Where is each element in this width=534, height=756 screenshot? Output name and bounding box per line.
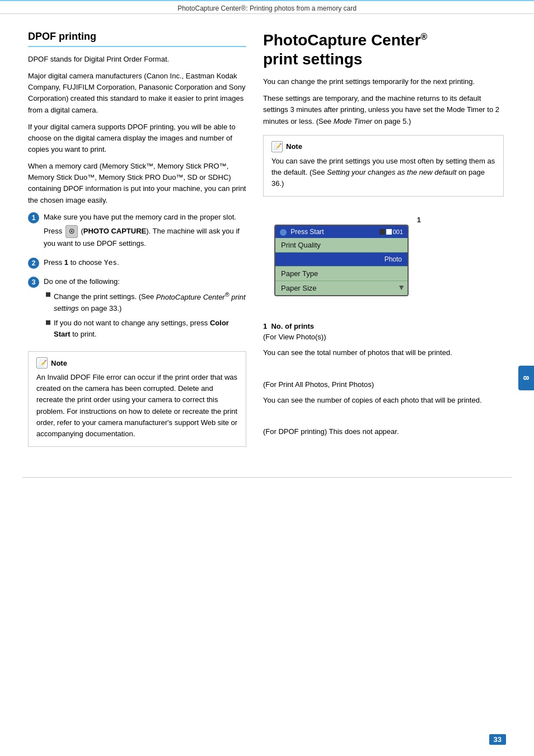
lcd-row-print-quality: Print Quality	[275, 238, 407, 253]
left-note-text: An Invalid DPOF File error can occur if …	[36, 372, 238, 440]
lcd-photo-value: Photo	[385, 255, 402, 263]
step-2: 2 Press 1 to choose Yes.	[28, 257, 246, 270]
right-para1: You can change the print settings tempor…	[263, 76, 504, 87]
step-1-text2: Press ☉ (PHOTO CAPTURE). The machine wil…	[44, 225, 246, 249]
step-3-sublist: Change the print settings. (See PhotoCap…	[46, 290, 246, 340]
page-number: 33	[489, 734, 506, 745]
left-para4: When a memory card (Memory Stick™, Memor…	[28, 161, 246, 206]
step-1-text1: Make sure you have put the memory card i…	[44, 212, 246, 223]
step-3-sub1-text: Change the print settings. (See PhotoCap…	[54, 290, 246, 314]
item-1-sub1-label: (For View Photo(s))	[263, 332, 504, 343]
lcd-paper-size-label: Paper Size	[281, 284, 317, 292]
lcd-sq-light	[386, 229, 392, 235]
right-para2: These settings are temporary, and the ma…	[263, 93, 504, 127]
step-1: 1 Make sure you have put the memory card…	[28, 212, 246, 251]
left-para2: Major digital camera manufacturers (Cano…	[28, 71, 246, 116]
numbered-items: 1 No. of prints (For View Photo(s)) You …	[263, 322, 504, 437]
lcd-copies: 001	[380, 228, 403, 235]
bottom-line	[22, 477, 512, 478]
right-note-title: 📝 Note	[271, 141, 495, 152]
left-column: DPOF printing DPOF stands for Digital Pr…	[28, 31, 246, 455]
lcd-sq-dark	[380, 229, 385, 235]
item-1-sub1-text: You can see the total number of photos t…	[263, 347, 504, 358]
lcd-paper-type-label: Paper Type	[281, 269, 318, 278]
item-1-num-label: 1 No. of prints	[263, 322, 504, 330]
lcd-row-photo: Photo	[275, 253, 407, 267]
lcd-wrapper: Press Start 001 Print Quality Photo	[269, 214, 409, 306]
left-note-title: 📝 Note	[36, 357, 238, 368]
step-2-text: Press 1 to choose Yes.	[44, 257, 246, 268]
step-3-number: 3	[28, 277, 39, 288]
sidebar-tab: 8	[518, 366, 534, 390]
lcd-panel: Press Start 001 Print Quality Photo	[274, 225, 409, 296]
item-1-sub2-label	[263, 363, 504, 374]
photo-capture-icon: ☉	[65, 225, 78, 238]
step-1-content: Make sure you have put the memory card i…	[44, 212, 246, 251]
step-2-content: Press 1 to choose Yes.	[44, 257, 246, 270]
bullet-icon-2	[46, 320, 50, 325]
item-1-sub2-label2: (For Print All Photos, Print Photos)	[263, 379, 504, 390]
note-icon: 📝	[36, 357, 48, 368]
left-section-title: DPOF printing	[28, 31, 246, 47]
lcd-row-paper-size: Paper Size	[275, 281, 407, 295]
lcd-scroll-arrow: ▼	[397, 283, 405, 292]
right-column: PhotoCapture Center®print settings You c…	[263, 31, 504, 455]
step-3-content: Do one of the following: Change the prin…	[44, 276, 246, 343]
left-para3: If your digital camera supports DPOF pri…	[28, 122, 246, 155]
item-1-sub2-text: You can see the number of copies of each…	[263, 395, 504, 406]
right-note-text: You can save the print settings you use …	[271, 156, 495, 189]
lcd-annotation-1: 1	[417, 216, 421, 224]
step-3-sub2: If you do not want to change any setting…	[46, 318, 246, 340]
step-1-number: 1	[28, 212, 39, 223]
right-note-icon: 📝	[271, 141, 283, 152]
step-2-number: 2	[28, 258, 39, 269]
lcd-row-paper-type: Paper Type	[275, 267, 407, 281]
lcd-print-quality-label: Print Quality	[281, 241, 321, 249]
step-3-sub1: Change the print settings. (See PhotoCap…	[46, 290, 246, 314]
step-3-intro: Do one of the following:	[44, 276, 246, 287]
bullet-icon	[46, 292, 50, 297]
item-1-sub3-text: (For DPOF printing) This does not appear…	[263, 426, 504, 437]
step-3-sub2-text: If you do not want to change any setting…	[54, 318, 246, 340]
step-3: 3 Do one of the following: Change the pr…	[28, 276, 246, 343]
right-note-box: 📝 Note You can save the print settings y…	[263, 135, 504, 197]
left-para1: DPOF stands for Digital Print Order Form…	[28, 54, 246, 65]
item-1-sub3-label	[263, 410, 504, 422]
lcd-start-text: Press Start	[280, 228, 324, 236]
lcd-copies-num: 001	[393, 228, 403, 235]
lcd-start-icon	[280, 229, 287, 236]
right-section-title: PhotoCapture Center®print settings	[263, 31, 504, 68]
steps-list: 1 Make sure you have put the memory card…	[28, 212, 246, 344]
header-text: PhotoCapture Center®: Printing photos fr…	[0, 1, 534, 14]
left-note-box: 📝 Note An Invalid DPOF File error can oc…	[28, 351, 246, 447]
lcd-top-row: Press Start 001	[275, 226, 407, 238]
